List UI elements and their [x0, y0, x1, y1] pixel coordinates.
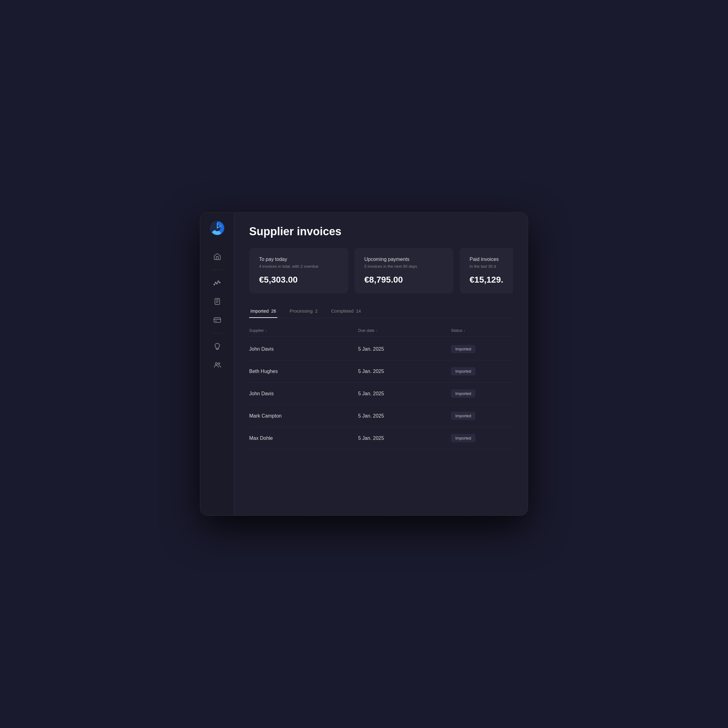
card-to-pay-today-subtitle: 4 invoices in total, with 2 overdue: [259, 264, 338, 269]
due-date-sort-icon: ↑: [376, 329, 378, 332]
savings-icon: [213, 342, 221, 350]
cell-supplier: John Davis: [249, 346, 358, 352]
table-row[interactable]: John Davis 5 Jan. 2025 Imported: [249, 338, 513, 360]
sidebar-divider-1: [211, 269, 223, 270]
sidebar-item-documents[interactable]: [209, 294, 225, 309]
cell-supplier: Mark Campton: [249, 413, 358, 419]
tab-imported-badge: 26: [271, 309, 276, 314]
status-badge: Imported: [451, 345, 476, 353]
card-to-pay-today-title: To pay today: [259, 257, 338, 262]
cell-due-date: 5 Jan. 2025: [358, 346, 451, 352]
svg-point-8: [219, 282, 220, 283]
svg-point-11: [215, 362, 217, 365]
sidebar-divider-2: [211, 333, 223, 333]
card-paid-title: Paid invoices: [470, 257, 513, 262]
th-status[interactable]: Status ↕: [451, 328, 513, 333]
card-paid-invoices: Paid invoices In the last 30 d €15,129.: [460, 248, 513, 294]
status-sort-icon: ↕: [463, 329, 465, 332]
table-row[interactable]: John Davis 5 Jan. 2025 Imported: [249, 382, 513, 405]
cell-due-date: 5 Jan. 2025: [358, 413, 451, 419]
table-header: Supplier ↕ Due date ↑ Status ↕: [249, 326, 513, 337]
table-row[interactable]: Mark Campton 5 Jan. 2025 Imported: [249, 405, 513, 427]
cards-icon: [213, 316, 221, 324]
main-content: Supplier invoices To pay today 4 invoice…: [234, 213, 528, 515]
cell-status: Imported: [451, 411, 513, 420]
tab-completed[interactable]: Completed 14: [330, 304, 362, 318]
th-due-date[interactable]: Due date ↑: [358, 328, 451, 333]
card-upcoming-subtitle: 5 invoices in the next 90 days: [364, 264, 444, 269]
card-upcoming-payments: Upcoming payments 5 invoices in the next…: [355, 248, 453, 294]
sidebar-item-team[interactable]: [209, 357, 225, 373]
app-logo[interactable]: [209, 220, 225, 236]
card-paid-subtitle: In the last 30 d: [470, 264, 513, 269]
tabs-row: Imported 26 Processing 2 Completed 14: [249, 304, 513, 318]
table-row[interactable]: Beth Hughes 5 Jan. 2025 Imported: [249, 360, 513, 382]
status-badge: Imported: [451, 367, 476, 375]
svg-rect-10: [214, 318, 221, 322]
svg-point-7: [217, 281, 219, 282]
svg-point-6: [216, 283, 217, 284]
svg-point-5: [215, 282, 216, 283]
invoices-table: Supplier ↕ Due date ↑ Status ↕ John Davi…: [249, 326, 513, 450]
tab-processing-label: Processing: [290, 308, 313, 314]
cell-supplier: John Davis: [249, 391, 358, 396]
sidebar-item-analytics[interactable]: [209, 275, 225, 291]
card-paid-amount: €15,129.: [470, 275, 513, 285]
tab-imported[interactable]: Imported 26: [249, 304, 277, 318]
cell-supplier: Beth Hughes: [249, 369, 358, 374]
sidebar-item-cards[interactable]: [209, 312, 225, 328]
device-frame: Supplier invoices To pay today 4 invoice…: [200, 213, 528, 515]
status-badge: Imported: [451, 411, 476, 420]
cell-status: Imported: [451, 434, 513, 442]
cell-due-date: 5 Jan. 2025: [358, 436, 451, 441]
status-badge: Imported: [451, 389, 476, 398]
card-upcoming-amount: €8,795.00: [364, 275, 444, 285]
th-supplier[interactable]: Supplier ↕: [249, 328, 358, 333]
documents-icon: [213, 297, 221, 306]
summary-cards: To pay today 4 invoices in total, with 2…: [249, 248, 513, 294]
svg-point-12: [218, 363, 219, 364]
cell-status: Imported: [451, 345, 513, 353]
cell-due-date: 5 Jan. 2025: [358, 369, 451, 374]
tab-processing-badge: 2: [315, 309, 318, 314]
tab-completed-badge: 14: [356, 309, 361, 314]
home-icon: [213, 252, 221, 261]
svg-rect-9: [215, 298, 219, 304]
analytics-icon: [213, 279, 221, 287]
cell-status: Imported: [451, 367, 513, 375]
tab-processing[interactable]: Processing 2: [289, 304, 319, 318]
card-to-pay-today-amount: €5,303.00: [259, 275, 338, 285]
cell-supplier: Max Dohle: [249, 436, 358, 441]
tab-imported-label: Imported: [251, 308, 269, 314]
table-row[interactable]: Max Dohle 5 Jan. 2025 Imported: [249, 427, 513, 450]
supplier-sort-icon: ↕: [265, 329, 267, 332]
svg-point-4: [214, 284, 214, 285]
card-to-pay-today: To pay today 4 invoices in total, with 2…: [249, 248, 348, 294]
card-upcoming-title: Upcoming payments: [364, 257, 444, 262]
page-title: Supplier invoices: [249, 225, 513, 238]
cell-due-date: 5 Jan. 2025: [358, 391, 451, 396]
cell-status: Imported: [451, 389, 513, 398]
tab-completed-label: Completed: [331, 308, 354, 314]
team-icon: [213, 361, 221, 369]
sidebar: [200, 213, 234, 515]
status-badge: Imported: [451, 434, 476, 442]
table-body: John Davis 5 Jan. 2025 Imported Beth Hug…: [249, 338, 513, 450]
sidebar-item-savings[interactable]: [209, 338, 225, 355]
sidebar-item-home[interactable]: [209, 249, 225, 265]
